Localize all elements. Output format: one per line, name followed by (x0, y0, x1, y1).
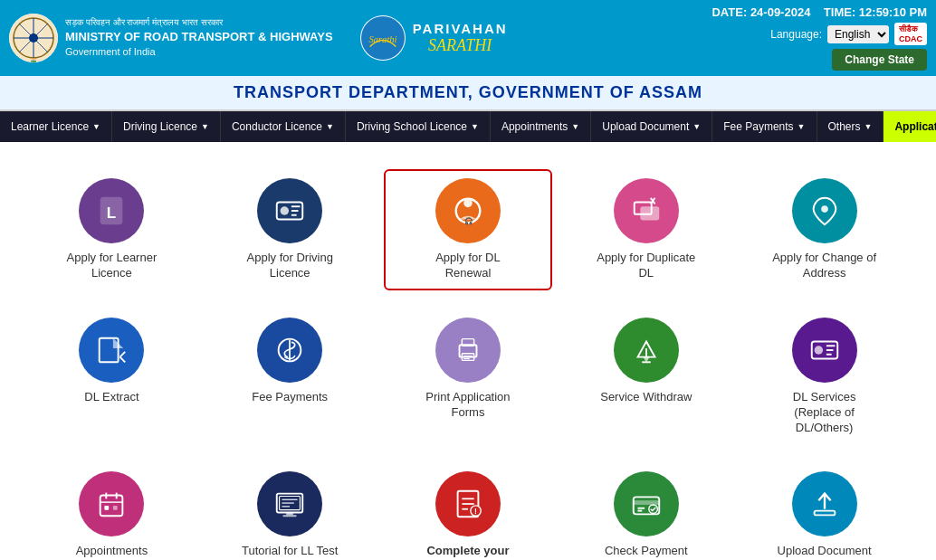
complete-pending-label: Complete your Pending Application (414, 544, 522, 560)
state-banner: TRANSPORT DEPARTMENT, GOVERNMENT OF ASSA… (0, 76, 936, 111)
svg-text:🇮🇳: 🇮🇳 (31, 57, 37, 62)
svg-rect-15 (291, 210, 299, 212)
chevron-down-icon: ▼ (571, 122, 579, 131)
service-withdraw-label: Service Withdraw (600, 390, 692, 405)
dl-services-icon (792, 318, 857, 383)
svg-text:!: ! (474, 508, 477, 517)
apply-learner-licence-item[interactable]: L Apply for Learner Licence (27, 169, 196, 290)
check-payment-item[interactable]: Check Payment Status (561, 462, 731, 560)
service-withdraw-icon (614, 318, 679, 383)
language-row: Language: English हिंदी सीडैकCDAC (770, 23, 927, 45)
svg-rect-48 (286, 513, 293, 516)
brand-sarathi: SARATHI (413, 36, 508, 55)
chevron-down-icon: ▼ (92, 122, 100, 131)
svg-rect-21 (641, 207, 658, 219)
apply-change-address-item[interactable]: Apply for Change of Address (740, 169, 909, 290)
appointments-icon (79, 471, 144, 536)
nav-driving-licence[interactable]: Driving Licence ▼ (112, 111, 221, 142)
dl-extract-item[interactable]: DL Extract (27, 308, 196, 445)
ministry-text: सड़क परिवहन और राजमार्ग मंत्रालय भारत सर… (65, 16, 333, 60)
fee-payments-icon (257, 318, 322, 383)
nav-application[interactable]: Application (883, 111, 936, 142)
svg-text:Sarathi: Sarathi (368, 34, 396, 44)
service-withdraw-item[interactable]: Service Withdraw (561, 308, 731, 445)
dl-extract-label: DL Extract (84, 390, 138, 405)
dl-renewal-icon: 🎧 (435, 178, 501, 243)
sarathi-logo: Sarathi PARIVAHAN SARATHI (360, 15, 508, 61)
brand-parivahan: PARIVAHAN (413, 21, 508, 36)
print-forms-item[interactable]: Print Application Forms (384, 308, 553, 445)
svg-rect-14 (291, 205, 301, 207)
fee-payments-item[interactable]: Fee Payments (205, 308, 375, 445)
appointments-label: Appointments (76, 544, 148, 559)
tutorial-label: Tutorial for LL Test (242, 544, 338, 559)
nav-learner-licence[interactable]: Learner Licence ▼ (0, 111, 112, 142)
svg-rect-57 (634, 501, 660, 506)
nav-upload-document[interactable]: Upload Document ▼ (591, 111, 712, 142)
driving-licence-icon (257, 178, 322, 243)
nav-conductor-licence[interactable]: Conductor Licence ▼ (221, 111, 346, 142)
print-forms-label: Print Application Forms (414, 390, 522, 421)
svg-rect-42 (113, 506, 118, 510)
apply-dl-renewal-item[interactable]: 🎧 Apply for DL Renewal (384, 169, 553, 290)
chevron-down-icon: ▼ (864, 122, 873, 131)
duplicate-dl-icon (614, 178, 679, 243)
apply-driving-licence-item[interactable]: Apply for Driving Licence (205, 169, 375, 290)
language-label: Language: (770, 28, 822, 41)
emblem: 🇮🇳 (9, 14, 58, 62)
chevron-down-icon: ▼ (798, 122, 806, 131)
svg-rect-34 (826, 345, 835, 346)
nav-fee-payments[interactable]: Fee Payments ▼ (712, 111, 817, 142)
svg-text:🎧: 🎧 (463, 216, 473, 225)
language-select[interactable]: English हिंदी (827, 25, 889, 43)
date-value: 24-09-2024 (750, 5, 811, 19)
svg-point-18 (463, 199, 473, 208)
print-forms-icon (435, 318, 501, 383)
svg-rect-61 (814, 511, 835, 516)
ministry-gov: Government of India (65, 45, 333, 59)
nav-others[interactable]: Others ▼ (817, 111, 884, 142)
dl-extract-icon (79, 318, 144, 383)
tutorial-icon (257, 471, 322, 536)
change-state-button[interactable]: Change State (832, 49, 927, 71)
learner-licence-label: Apply for Learner Licence (57, 251, 166, 281)
logo-section: 🇮🇳 सड़क परिवहन और राजमार्ग मंत्रालय भारत… (9, 14, 333, 62)
datetime: DATE: 24-09-2024 TIME: 12:59:10 PM (712, 5, 927, 19)
chevron-down-icon: ▼ (471, 122, 479, 131)
svg-rect-49 (283, 516, 297, 517)
change-address-icon (792, 178, 857, 243)
date-label: DATE: (712, 5, 747, 19)
nav-driving-school[interactable]: Driving School Licence ▼ (346, 111, 491, 142)
time-label: TIME: (824, 5, 855, 19)
tutorial-ll-item[interactable]: Tutorial for LL Test (205, 462, 375, 560)
driving-licence-label: Apply for Driving Licence (235, 251, 344, 281)
complete-pending-item[interactable]: ! Complete your Pending Application (384, 462, 553, 560)
svg-rect-37 (100, 496, 123, 517)
check-payment-label: Check Payment Status (592, 544, 701, 560)
svg-rect-35 (826, 349, 833, 351)
chevron-down-icon: ▼ (201, 122, 209, 131)
svg-point-13 (281, 206, 290, 215)
fee-payments-label: Fee Payments (252, 390, 328, 405)
upload-document-icon (792, 471, 857, 536)
svg-point-22 (821, 205, 828, 213)
header-right: DATE: 24-09-2024 TIME: 12:59:10 PM Langu… (712, 5, 927, 71)
svg-point-33 (814, 346, 823, 355)
appointments-item[interactable]: Appointments (27, 462, 196, 560)
main-content: L Apply for Learner Licence Apply for Dr… (0, 142, 936, 560)
svg-rect-36 (826, 354, 831, 356)
time-value: 12:59:10 PM (859, 5, 927, 19)
svg-rect-16 (291, 214, 297, 216)
dl-services-item[interactable]: DL Services (Replace of DL/Others) (740, 308, 909, 445)
header: 🇮🇳 सड़क परिवहन और राजमार्ग मंत्रालय भारत… (0, 0, 936, 76)
icon-grid: L Apply for Learner Licence Apply for Dr… (27, 169, 909, 560)
svg-rect-41 (105, 506, 110, 510)
change-address-label: Apply for Change of Address (770, 251, 879, 281)
upload-document-item[interactable]: Upload Document (740, 462, 909, 560)
dl-renewal-label: Apply for DL Renewal (414, 251, 522, 281)
svg-text:L: L (107, 204, 116, 222)
apply-duplicate-dl-item[interactable]: Apply for Duplicate DL (561, 169, 731, 290)
nav-appointments[interactable]: Appointments ▼ (491, 111, 591, 142)
nav-bar: Learner Licence ▼ Driving Licence ▼ Cond… (0, 111, 936, 142)
ministry-hindi: सड़क परिवहन और राजमार्ग मंत्रालय भारत सर… (65, 16, 333, 29)
